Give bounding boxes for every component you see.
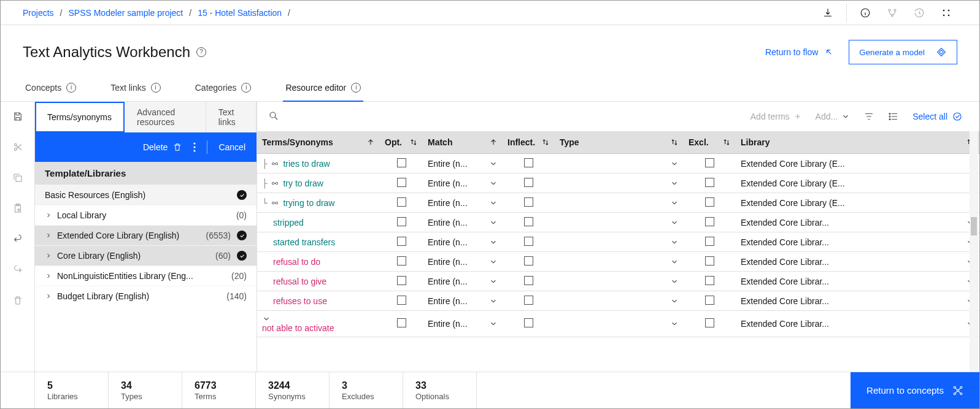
paste-icon[interactable] bbox=[8, 199, 28, 218]
library-row[interactable]: Core Library (English)(60) bbox=[35, 245, 257, 266]
info-icon[interactable]: i bbox=[151, 83, 161, 93]
col-opt[interactable]: Opt. bbox=[385, 137, 402, 147]
breadcrumb-link[interactable]: Projects bbox=[23, 8, 54, 18]
checkbox[interactable] bbox=[705, 197, 714, 207]
return-to-flow-link[interactable]: Return to flow bbox=[765, 47, 834, 57]
subtab[interactable]: Terms/synonyms bbox=[35, 102, 125, 132]
chevron-down-icon[interactable] bbox=[489, 297, 498, 305]
checkbox[interactable] bbox=[524, 276, 533, 285]
history-icon[interactable] bbox=[908, 3, 930, 23]
chevron-down-icon[interactable] bbox=[670, 277, 679, 286]
table-row[interactable]: └trying to draw Entire (n... Extended Co… bbox=[257, 193, 979, 213]
checkbox[interactable] bbox=[397, 217, 406, 226]
delete-button[interactable]: Delete bbox=[143, 142, 182, 152]
chevron-down-icon[interactable] bbox=[489, 179, 498, 188]
info-icon[interactable]: i bbox=[241, 83, 251, 93]
checkbox[interactable] bbox=[524, 158, 533, 167]
breadcrumb-link[interactable]: SPSS Modeler sample project bbox=[68, 8, 183, 18]
copy-icon[interactable] bbox=[8, 168, 28, 188]
cut-icon[interactable] bbox=[8, 137, 28, 157]
download-icon[interactable] bbox=[817, 3, 839, 23]
chevron-down-icon[interactable] bbox=[670, 238, 679, 247]
library-row[interactable]: Local Library(0) bbox=[35, 205, 257, 225]
checkbox[interactable] bbox=[524, 318, 533, 327]
table-row[interactable]: stripped Entire (n... Extended Core Libr… bbox=[257, 213, 979, 232]
help-icon[interactable]: ? bbox=[196, 47, 206, 57]
undo-icon[interactable] bbox=[8, 229, 28, 249]
chevron-down-icon[interactable] bbox=[489, 159, 498, 168]
col-match[interactable]: Match bbox=[428, 137, 452, 147]
library-row[interactable]: Extended Core Library (English)(6553) bbox=[35, 225, 257, 245]
checkbox[interactable] bbox=[524, 237, 533, 246]
redo-icon[interactable] bbox=[8, 260, 28, 280]
table-row[interactable]: refuses to use Entire (n... Extended Cor… bbox=[257, 291, 979, 311]
table-row[interactable]: ├try to draw Entire (n... Extended Core … bbox=[257, 174, 979, 193]
chevron-down-icon[interactable] bbox=[670, 258, 679, 266]
info-icon[interactable]: i bbox=[66, 83, 76, 93]
checkbox[interactable] bbox=[397, 318, 406, 327]
checkbox[interactable] bbox=[705, 217, 714, 226]
col-terms[interactable]: Terms/Synonyms bbox=[262, 137, 333, 147]
filter-icon[interactable] bbox=[863, 111, 874, 122]
table-row[interactable]: ├tries to draw Entire (n... Extended Cor… bbox=[257, 154, 979, 174]
library-row-basic[interactable]: Basic Resources (English) bbox=[35, 185, 257, 205]
vertical-scrollbar[interactable] bbox=[970, 131, 978, 372]
cancel-button[interactable]: Cancel bbox=[218, 142, 245, 152]
chevron-down-icon[interactable] bbox=[670, 297, 679, 305]
scrollbar-thumb[interactable] bbox=[971, 217, 977, 235]
chevron-down-icon[interactable] bbox=[670, 218, 679, 227]
chevron-down-icon[interactable] bbox=[489, 277, 498, 286]
checkbox[interactable] bbox=[705, 158, 714, 167]
info-icon[interactable] bbox=[854, 3, 876, 23]
col-inflect[interactable]: Inflect. bbox=[507, 137, 535, 147]
table-row[interactable]: refusal to give Entire (n... Extended Co… bbox=[257, 272, 979, 291]
add-terms-button[interactable]: Add terms bbox=[750, 112, 802, 121]
select-all-button[interactable]: Select all bbox=[912, 112, 962, 121]
table-row[interactable]: not able to activate Entire (n... Extend… bbox=[257, 311, 979, 337]
checkbox[interactable] bbox=[397, 276, 406, 285]
overflow-menu-icon[interactable] bbox=[193, 142, 196, 152]
chevron-down-icon[interactable] bbox=[670, 319, 679, 328]
search-icon[interactable] bbox=[268, 110, 280, 123]
subtab[interactable]: Text links bbox=[206, 102, 257, 132]
col-type[interactable]: Type bbox=[560, 137, 579, 147]
chevron-down-icon[interactable] bbox=[489, 218, 498, 227]
col-excl[interactable]: Excl. bbox=[689, 137, 709, 147]
main-tab[interactable]: Conceptsi bbox=[23, 77, 79, 101]
chevron-down-icon[interactable] bbox=[670, 179, 679, 188]
chevron-down-icon[interactable] bbox=[670, 159, 679, 168]
checkbox[interactable] bbox=[397, 237, 406, 246]
table-row[interactable]: started transfers Entire (n... Extended … bbox=[257, 232, 979, 252]
grid-icon[interactable] bbox=[935, 3, 957, 23]
checkbox[interactable] bbox=[705, 296, 714, 305]
table-row[interactable]: refusal to do Entire (n... Extended Core… bbox=[257, 252, 979, 272]
checkbox[interactable] bbox=[524, 296, 533, 305]
checkbox[interactable] bbox=[524, 217, 533, 226]
add-dropdown[interactable]: Add... bbox=[816, 112, 851, 121]
branch-icon[interactable] bbox=[881, 3, 903, 23]
breadcrumb-link[interactable]: 15 - Hotel Satisfaction bbox=[198, 8, 282, 18]
chevron-down-icon[interactable] bbox=[670, 199, 679, 207]
subtab[interactable]: Advanced resources bbox=[125, 102, 206, 132]
checkbox[interactable] bbox=[705, 178, 714, 187]
save-icon[interactable] bbox=[8, 107, 28, 126]
col-library[interactable]: Library bbox=[741, 137, 770, 147]
generate-model-button[interactable]: Generate a model bbox=[849, 40, 957, 64]
checkbox[interactable] bbox=[705, 276, 714, 285]
return-to-concepts-button[interactable]: Return to concepts bbox=[851, 372, 979, 408]
checkbox[interactable] bbox=[524, 256, 533, 266]
checkbox[interactable] bbox=[397, 158, 406, 167]
info-icon[interactable]: i bbox=[351, 83, 361, 93]
main-tab[interactable]: Resource editori bbox=[283, 77, 363, 101]
main-tab[interactable]: Text linksi bbox=[108, 77, 163, 101]
settings-list-icon[interactable] bbox=[888, 111, 899, 122]
checkbox[interactable] bbox=[705, 256, 714, 266]
chevron-down-icon[interactable] bbox=[489, 199, 498, 207]
trash-icon[interactable] bbox=[8, 291, 28, 310]
chevron-down-icon[interactable] bbox=[489, 319, 498, 328]
library-row[interactable]: Budget Library (English)(140) bbox=[35, 286, 257, 306]
checkbox[interactable] bbox=[397, 296, 406, 305]
checkbox[interactable] bbox=[397, 256, 406, 266]
chevron-down-icon[interactable] bbox=[262, 315, 271, 323]
checkbox[interactable] bbox=[705, 237, 714, 246]
